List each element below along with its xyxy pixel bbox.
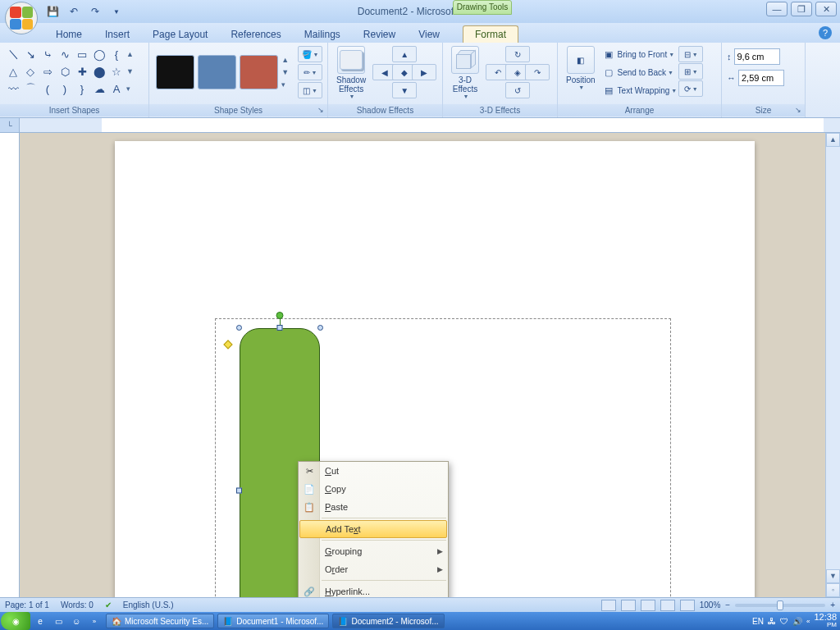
shape-brace2-icon[interactable]: } <box>74 80 90 97</box>
zoom-out-icon[interactable]: − <box>725 600 730 609</box>
undo-icon[interactable]: ↶ <box>66 3 82 20</box>
tab-format[interactable]: Format <box>463 25 518 43</box>
shape-hex-icon[interactable]: ⬡ <box>57 63 73 80</box>
vertical-ruler[interactable] <box>0 133 20 597</box>
tab-review[interactable]: Review <box>352 26 407 43</box>
taskbar-item-doc1[interactable]: 📘 Document1 - Microsof... <box>217 614 329 628</box>
view-print-layout[interactable] <box>601 600 616 611</box>
resize-handle-w[interactable] <box>236 488 242 494</box>
view-draft[interactable] <box>680 600 695 611</box>
dialog-launcher-icon[interactable]: ↘ <box>792 106 803 116</box>
browse-object-icon[interactable]: ◦ <box>826 583 840 597</box>
menu-copy[interactable]: 📄Copy <box>299 480 448 498</box>
position-button[interactable]: ◧ Position ▼ <box>563 46 599 90</box>
tilt-up[interactable]: ↻ <box>505 46 530 62</box>
tray-shield-icon[interactable]: 🛡 <box>780 617 788 626</box>
menu-hyperlink[interactable]: 🔗Hyperlink... <box>299 582 448 597</box>
align-button[interactable]: ⊟▼ <box>678 46 703 62</box>
shape-connector-icon[interactable]: ⤷ <box>39 46 56 62</box>
bring-to-front-button[interactable]: ▣Bring to Front▼ <box>602 46 678 63</box>
shape-cloud-icon[interactable]: ☁ <box>91 80 107 97</box>
shape-brace-icon[interactable]: { <box>108 46 125 62</box>
nudge-shadow-right[interactable]: ▶ <box>412 64 436 80</box>
qat-customize-icon[interactable]: ▼ <box>108 3 125 20</box>
group-button[interactable]: ⊞▼ <box>678 63 703 80</box>
vertical-scrollbar[interactable]: ▲ ▼ ◦ <box>825 133 840 597</box>
quicklaunch-smiley-icon[interactable]: ☺ <box>68 614 84 628</box>
style-swatch-blue[interactable] <box>198 55 236 89</box>
spellcheck-icon[interactable]: ✔ <box>105 600 112 609</box>
threed-effects-button[interactable]: 3-D Effects ▼ <box>448 46 482 99</box>
scroll-up-icon[interactable]: ▲ <box>826 133 840 147</box>
send-to-back-button[interactable]: ▢Send to Back▼ <box>602 64 678 81</box>
shape-line-icon[interactable]: ＼ <box>5 46 21 62</box>
shape-outline-button[interactable]: ✏▼ <box>298 64 322 80</box>
tab-view[interactable]: View <box>407 26 451 43</box>
shape-bracket2-icon[interactable]: ) <box>57 80 73 97</box>
tab-insert[interactable]: Insert <box>94 26 141 43</box>
zoom-level[interactable]: 100% <box>700 600 721 609</box>
menu-grouping[interactable]: Grouping▶ <box>299 542 448 560</box>
tab-page-layout[interactable]: Page Layout <box>141 26 219 43</box>
tab-mailings[interactable]: Mailings <box>293 26 352 43</box>
redo-icon[interactable]: ↷ <box>87 3 103 20</box>
shape-callout-icon[interactable]: ⬤ <box>91 63 107 80</box>
shape-diamond-icon[interactable]: ◇ <box>22 63 39 80</box>
office-button[interactable] <box>5 2 38 34</box>
styles-gallery-scroll[interactable]: ▲▼▾ <box>281 53 294 91</box>
shape-height-input[interactable] <box>734 48 780 65</box>
shape-plus-icon[interactable]: ✚ <box>74 63 90 80</box>
shape-triangle-icon[interactable]: △ <box>5 63 21 80</box>
zoom-in-icon[interactable]: + <box>830 600 835 609</box>
tilt-down[interactable]: ↺ <box>505 82 530 98</box>
resize-handle-n[interactable] <box>277 325 283 331</box>
shape-oval-icon[interactable]: ◯ <box>91 46 107 62</box>
change-shape-button[interactable]: ◫▼ <box>298 82 322 98</box>
quicklaunch-ie-icon[interactable]: e <box>32 614 48 628</box>
shape-arc-icon[interactable]: ⌒ <box>22 80 39 97</box>
style-swatch-black[interactable] <box>156 55 194 89</box>
resize-handle-nw[interactable] <box>236 325 242 331</box>
view-full-screen[interactable] <box>621 600 636 611</box>
dialog-launcher-icon[interactable]: ↘ <box>315 106 326 116</box>
close-button[interactable]: ✕ <box>815 2 837 16</box>
shape-arrow-icon[interactable]: ↘ <box>22 46 39 62</box>
save-icon[interactable]: 💾 <box>44 3 61 20</box>
shape-arrow2-icon[interactable]: ⇨ <box>39 63 56 80</box>
quicklaunch-expand-icon[interactable]: » <box>86 614 103 628</box>
zoom-slider[interactable] <box>735 604 825 607</box>
text-wrapping-button[interactable]: ▤Text Wrapping▼ <box>602 82 678 99</box>
style-swatch-red[interactable] <box>240 55 278 89</box>
view-web-layout[interactable] <box>641 600 655 611</box>
nudge-shadow-down[interactable]: ▼ <box>392 82 417 98</box>
tilt-right[interactable]: ↷ <box>525 64 550 80</box>
status-words[interactable]: Words: 0 <box>61 600 94 609</box>
tab-selector[interactable]: └ <box>0 118 20 132</box>
menu-order[interactable]: Order▶ <box>299 560 448 578</box>
view-outline[interactable] <box>660 600 675 611</box>
shape-width-input[interactable] <box>738 70 784 86</box>
shape-freeform-icon[interactable]: ∿ <box>57 46 73 62</box>
shape-rect-icon[interactable]: ▭ <box>74 46 90 62</box>
shapes-gallery-scroll[interactable]: ▲▼▾ <box>126 46 139 97</box>
help-icon[interactable]: ? <box>819 26 832 39</box>
tray-clock[interactable]: 12:38PM <box>814 613 837 629</box>
tray-lang[interactable]: EN <box>752 617 764 626</box>
rotation-handle[interactable] <box>276 312 284 319</box>
scroll-down-icon[interactable]: ▼ <box>826 569 840 583</box>
shape-bracket-icon[interactable]: ( <box>39 80 56 97</box>
document-canvas[interactable]: ✂CuCutt 📄Copy 📋Paste Add Text Grouping▶ … <box>20 133 840 597</box>
tab-references[interactable]: References <box>219 26 292 43</box>
shape-star-icon[interactable]: ☆ <box>108 63 125 80</box>
shape-text-icon[interactable]: A <box>108 80 125 97</box>
status-page[interactable]: Page: 1 of 1 <box>5 600 49 609</box>
taskbar-item-mse[interactable]: 🏠 Microsoft Security Es... <box>106 614 214 628</box>
rotate-button[interactable]: ⟳▼ <box>678 80 703 97</box>
menu-paste[interactable]: 📋Paste <box>299 498 448 516</box>
resize-handle-ne[interactable] <box>317 325 323 331</box>
shadow-effects-button[interactable]: Shadow Effects ▼ <box>333 46 369 99</box>
menu-add-text[interactable]: Add Text <box>299 520 447 538</box>
zoom-thumb[interactable] <box>777 600 783 610</box>
status-language[interactable]: English (U.S.) <box>123 600 174 609</box>
shape-fill-button[interactable]: 🪣▼ <box>298 46 322 62</box>
